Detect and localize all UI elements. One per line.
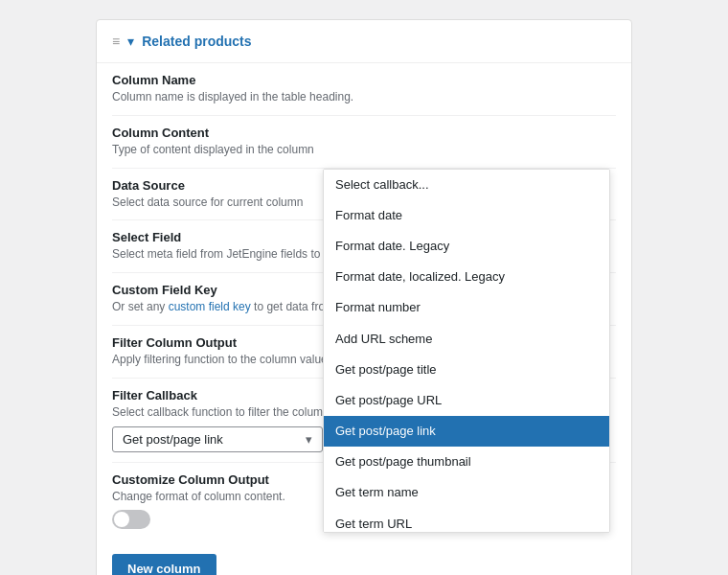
dropdown-item[interactable]: Select callback...: [324, 170, 609, 200]
dropdown-item[interactable]: Format date. Legacy: [324, 231, 609, 262]
field-row-column-content: Column Content Type of content displayed…: [112, 116, 616, 169]
dropdown-item[interactable]: Add URL scheme: [324, 324, 609, 355]
drag-icon: ≡: [112, 34, 120, 49]
dropdown-item[interactable]: Format date: [324, 200, 609, 231]
field-label-column-name: Column Name: [112, 73, 616, 87]
field-row-column-name: Column Name Column name is displayed in …: [112, 63, 616, 116]
card: ≡ ▾ Related products Column Name Column …: [96, 19, 632, 575]
dropdown-item[interactable]: Get term URL: [324, 509, 609, 533]
new-column-button[interactable]: New column: [112, 554, 216, 575]
dropdown-item[interactable]: Format date, localized. Legacy: [324, 262, 609, 292]
collapse-icon[interactable]: ▾: [127, 34, 134, 49]
field-label-column-content: Column Content: [112, 126, 616, 140]
custom-field-link[interactable]: custom field key: [169, 300, 251, 313]
customize-column-toggle[interactable]: [112, 510, 150, 529]
field-desc-column-content: Type of content displayed in the column: [112, 142, 616, 158]
page-wrapper: ≡ ▾ Related products Column Name Column …: [0, 0, 728, 575]
card-header: ≡ ▾ Related products: [97, 20, 631, 63]
dropdown-item[interactable]: Get post/page thumbnail: [324, 447, 609, 477]
chevron-down-icon: ▾: [306, 432, 312, 447]
dropdown-item[interactable]: Get post/page URL: [324, 385, 609, 416]
fields-list: Column Name Column name is displayed in …: [97, 63, 631, 539]
field-row-data-source: Data Source Select data source for curre…: [112, 169, 616, 221]
dropdown-item[interactable]: Get post/page title: [324, 355, 609, 385]
dropdown-list[interactable]: Select callback...Format dateFormat date…: [323, 169, 610, 533]
card-title: Related products: [142, 34, 251, 49]
filter-callback-select[interactable]: Get post/page link ▾: [112, 426, 323, 452]
dropdown-item[interactable]: Format number: [324, 292, 609, 323]
filter-callback-value: Get post/page link: [123, 432, 223, 447]
dropdown-item[interactable]: Get term name: [324, 477, 609, 508]
field-desc-column-name: Column name is displayed in the table he…: [112, 89, 616, 105]
dropdown-item[interactable]: Get post/page link: [324, 416, 609, 447]
